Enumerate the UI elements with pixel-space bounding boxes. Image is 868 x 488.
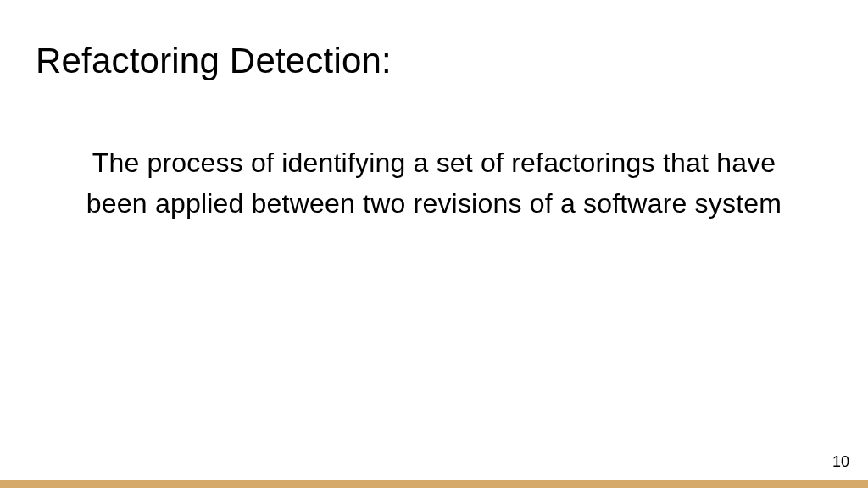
slide-title: Refactoring Detection: [36,41,832,81]
slide-body-text: The process of identifying a set of refa… [36,142,832,224]
slide-container: Refactoring Detection: The process of id… [0,0,868,488]
accent-bar [0,480,868,488]
page-number: 10 [832,453,849,471]
